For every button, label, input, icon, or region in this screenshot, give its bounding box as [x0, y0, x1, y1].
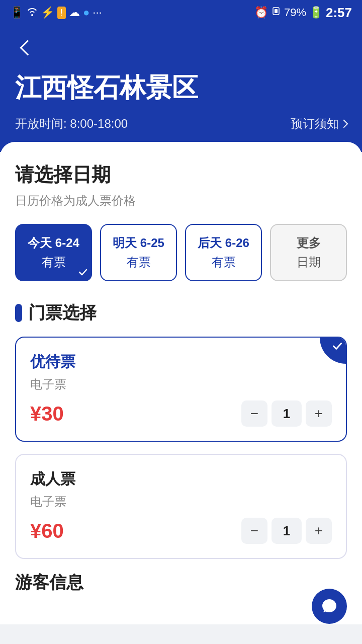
- venue-title: 江西怪石林景区: [15, 70, 347, 106]
- date-grid: 今天 6-24 有票 明天 6-25 有票 后天 6-26 有票 更多 日期: [15, 224, 347, 281]
- header: 江西怪石林景区 开放时间: 8:00-18:00 预订须知: [0, 25, 362, 152]
- status-time: 2:57: [326, 5, 352, 21]
- ticket-adult-minus-button[interactable]: −: [241, 518, 267, 544]
- date-section: 请选择日期 日历价格为成人票价格 今天 6-24 有票 明天 6-25 有票 后…: [15, 162, 347, 281]
- battery-charge-icon: ⚡: [41, 6, 54, 19]
- ticket-preferential-name: 优待票: [30, 352, 332, 372]
- ticket-card-adult[interactable]: 成人票 电子票 ¥60 − 1 +: [15, 454, 347, 559]
- chevron-right-icon: [340, 120, 348, 128]
- open-time: 开放时间: 8:00-18:00: [15, 116, 128, 132]
- main-content-card: 请选择日期 日历价格为成人票价格 今天 6-24 有票 明天 6-25 有票 后…: [0, 142, 362, 624]
- ticket-adult-price: ¥60: [30, 520, 64, 542]
- ticket-adult-plus-button[interactable]: +: [306, 518, 332, 544]
- ticket-card-preferential[interactable]: 优待票 电子票 ¥30 − 1 +: [15, 337, 347, 442]
- ticket-preferential-plus-button[interactable]: +: [306, 400, 332, 427]
- tourist-info-title: 游客信息: [15, 571, 347, 594]
- date-selected-check: [74, 263, 92, 281]
- ticket-adult-footer: ¥60 − 1 +: [30, 518, 332, 544]
- section-dot-icon: [15, 304, 22, 322]
- date-dayafter-line2: 有票: [212, 254, 236, 270]
- ticket-preferential-minus-button[interactable]: −: [241, 400, 267, 427]
- tourist-info-section: 游客信息: [15, 571, 347, 594]
- date-section-title: 请选择日期: [15, 162, 347, 188]
- ticket-adult-type: 电子票: [30, 494, 332, 510]
- ticket-section-title: 门票选择: [28, 301, 97, 325]
- back-button[interactable]: [15, 35, 40, 60]
- ticket-adult-name: 成人票: [30, 469, 332, 490]
- chat-float-button[interactable]: [312, 589, 347, 624]
- battery-icon: 🔋: [309, 6, 323, 19]
- date-more-line1: 更多: [297, 235, 321, 251]
- date-today-line2: 有票: [42, 254, 66, 270]
- ticket-preferential-type: 电子票: [30, 376, 332, 392]
- date-btn-day-after[interactable]: 后天 6-26 有票: [185, 224, 262, 281]
- bulb-icon: ●: [83, 6, 89, 19]
- status-icons-right: ⏰ 79% 🔋 2:57: [254, 5, 352, 21]
- date-btn-more[interactable]: 更多 日期: [270, 224, 347, 281]
- ticket-adult-quantity: − 1 +: [241, 518, 332, 544]
- venue-meta: 开放时间: 8:00-18:00 预订须知: [15, 116, 347, 132]
- svg-rect-1: [275, 9, 278, 13]
- wifi-icon: [27, 6, 38, 19]
- date-more-line2: 日期: [297, 254, 321, 270]
- ticket-section-header: 门票选择: [15, 301, 347, 325]
- alarm-icon: ⏰: [254, 6, 268, 19]
- status-bar: 📱 ⚡ ! ☁ ● ··· ⏰ 79% 🔋 2:57: [0, 0, 362, 25]
- status-icons-left: 📱 ⚡ ! ☁ ● ···: [10, 6, 102, 19]
- cloud-icon: ☁: [69, 6, 80, 19]
- back-arrow-icon: [20, 40, 35, 55]
- vibrate-icon: [271, 6, 281, 19]
- notification-icon: !: [57, 7, 66, 19]
- date-today-line1: 今天 6-24: [28, 235, 79, 251]
- date-section-subtitle: 日历价格为成人票价格: [15, 193, 347, 209]
- booking-notice-link[interactable]: 预订须知: [291, 116, 347, 132]
- date-btn-today[interactable]: 今天 6-24 有票: [15, 224, 92, 281]
- ticket-preferential-price: ¥30: [30, 403, 64, 425]
- date-tomorrow-line2: 有票: [127, 254, 151, 270]
- ticket-preferential-quantity: − 1 +: [241, 400, 332, 427]
- phone-icon: 📱: [10, 6, 24, 19]
- date-tomorrow-line1: 明天 6-25: [113, 235, 164, 251]
- date-dayafter-line1: 后天 6-26: [198, 235, 249, 251]
- date-btn-tomorrow[interactable]: 明天 6-25 有票: [100, 224, 177, 281]
- ticket-preferential-footer: ¥30 − 1 +: [30, 400, 332, 427]
- ticket-adult-quantity-display: 1: [272, 518, 302, 544]
- battery-percent: 79%: [284, 6, 306, 19]
- more-icon: ···: [93, 6, 102, 19]
- ticket-preferential-quantity-display: 1: [272, 400, 302, 427]
